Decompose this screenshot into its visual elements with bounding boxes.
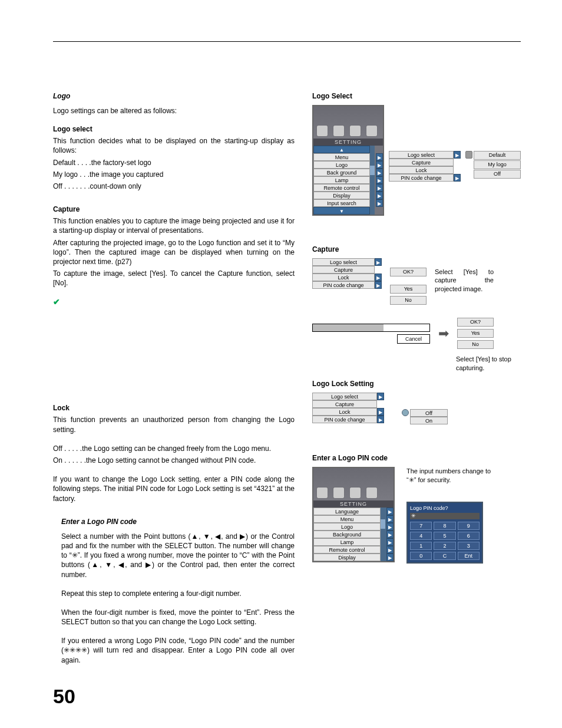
fig-capture: Logo select Capture Lock PIN code change… bbox=[312, 258, 521, 305]
logo-select-heading: Logo select bbox=[53, 125, 295, 133]
lock-off: Off . . . . .the Logo setting can be cha… bbox=[53, 444, 295, 453]
submenu-item[interactable]: PIN code change bbox=[312, 416, 377, 423]
submenu-item[interactable]: Lock bbox=[389, 166, 454, 174]
enter-pin-p4: If you entered a wrong Logo PIN code, “L… bbox=[61, 636, 295, 665]
menu-item[interactable]: Back ground bbox=[313, 169, 370, 176]
left-column: Logo Logo settings can be altered as fol… bbox=[53, 92, 295, 667]
arrow-right-icon[interactable]: ▶ bbox=[375, 281, 382, 289]
fig-lock-title: Logo Lock Setting bbox=[312, 380, 521, 388]
option-item[interactable]: My logo bbox=[474, 160, 521, 169]
enter-pin-heading: Enter a Logo PIN code bbox=[61, 518, 295, 526]
menu-item[interactable]: Remote control bbox=[313, 546, 381, 554]
submenu-item[interactable]: Lock bbox=[312, 408, 377, 416]
submenu-item[interactable]: PIN code change bbox=[389, 174, 454, 182]
radio-icon[interactable] bbox=[465, 151, 472, 159]
menu-item[interactable]: Lamp bbox=[313, 176, 370, 184]
arrow-right-icon[interactable]: ▶ bbox=[454, 174, 461, 182]
menu-item[interactable]: Input search bbox=[313, 199, 370, 207]
menu-item[interactable]: Background bbox=[313, 531, 381, 538]
arrow-right-icon[interactable]: ▶ bbox=[376, 184, 383, 192]
option-item[interactable]: Default bbox=[474, 151, 521, 160]
scrollbar-thumb[interactable] bbox=[381, 519, 385, 529]
fig-lock: Logo select Capture Lock PIN code change… bbox=[312, 393, 521, 424]
keypad-title: Logo PIN code? bbox=[410, 505, 480, 511]
osd-icon bbox=[350, 487, 361, 498]
menu-item[interactable]: Menu bbox=[313, 515, 381, 523]
keypad-key[interactable]: 9 bbox=[458, 522, 480, 530]
submenu-item[interactable]: Logo select bbox=[312, 393, 377, 400]
cancel-button[interactable]: Cancel bbox=[397, 334, 430, 344]
keypad-key[interactable]: 2 bbox=[434, 542, 455, 550]
yes-button[interactable]: Yes bbox=[390, 285, 427, 294]
arrow-right-icon[interactable]: ▶ bbox=[376, 169, 383, 176]
capture-p3: To capture the image, select [Yes]. To c… bbox=[53, 269, 295, 288]
submenu-item[interactable]: Capture bbox=[389, 159, 454, 166]
arrow-right-icon[interactable]: ▶ bbox=[386, 508, 394, 515]
arrow-right-icon[interactable]: ▶ bbox=[376, 176, 383, 184]
capture-caption-2: Select [Yes] to stop capturing. bbox=[456, 355, 521, 373]
scrollbar-thumb[interactable] bbox=[370, 166, 375, 175]
no-button[interactable]: No bbox=[457, 340, 494, 349]
lock-on: On . . . . . .the Logo setting cannot be… bbox=[53, 456, 295, 465]
option-item[interactable]: Off bbox=[410, 409, 448, 417]
arrow-right-icon[interactable]: ▶ bbox=[375, 274, 382, 281]
arrow-right-icon[interactable]: ▶ bbox=[386, 554, 394, 561]
menu-item[interactable]: Menu bbox=[313, 153, 370, 161]
keypad-key[interactable]: 4 bbox=[410, 532, 432, 540]
arrow-right-icon[interactable]: ▶ bbox=[376, 192, 383, 199]
submenu-item[interactable]: Logo select bbox=[312, 258, 375, 266]
arrow-down-icon[interactable]: ▼ bbox=[313, 207, 370, 215]
fig-capture-title: Capture bbox=[312, 245, 521, 253]
arrow-right-icon[interactable]: ▶ bbox=[454, 151, 461, 159]
arrow-right-icon[interactable]: ▶ bbox=[376, 199, 383, 207]
fig-pin: SETTING Language Menu Logo Background La… bbox=[312, 467, 521, 564]
menu-item[interactable]: Lamp bbox=[313, 538, 381, 546]
arrow-right-icon[interactable]: ▶ bbox=[377, 408, 384, 416]
arrow-right-icon[interactable]: ▶ bbox=[376, 153, 383, 161]
yes-button[interactable]: Yes bbox=[457, 329, 494, 338]
keypad-key-enter[interactable]: Ent bbox=[458, 552, 480, 560]
arrow-right-icon[interactable]: ▶ bbox=[376, 161, 383, 169]
keypad-key[interactable]: 7 bbox=[410, 522, 432, 530]
arrow-right-icon[interactable]: ▶ bbox=[386, 538, 394, 546]
option-item[interactable]: Off bbox=[474, 170, 521, 179]
osd-main: SETTING Language Menu Logo Background La… bbox=[312, 467, 395, 562]
keypad-key[interactable]: 8 bbox=[434, 522, 455, 530]
submenu-item[interactable]: PIN code change bbox=[312, 281, 375, 289]
submenu-item[interactable]: Lock bbox=[312, 274, 375, 281]
menu-item[interactable]: Display bbox=[313, 192, 370, 199]
fig-pin-title: Enter a Logo PIN code bbox=[312, 454, 521, 462]
menu-item[interactable]: Logo bbox=[313, 161, 370, 169]
fig-logo-select-title: Logo Select bbox=[312, 92, 521, 100]
option-item[interactable]: On bbox=[410, 417, 448, 424]
arrow-right-icon[interactable]: ▶ bbox=[386, 523, 394, 531]
osd-setting-label: SETTING bbox=[313, 500, 394, 508]
arrow-right-icon: ➡ bbox=[438, 326, 449, 341]
arrow-right-icon[interactable]: ▶ bbox=[386, 515, 394, 523]
submenu-item[interactable]: Capture bbox=[312, 400, 377, 408]
radio-icon[interactable] bbox=[402, 409, 409, 416]
keypad-key[interactable]: 3 bbox=[458, 542, 480, 550]
logo-intro: Logo settings can be altered as follows: bbox=[53, 106, 295, 116]
keypad-key-clear[interactable]: C bbox=[434, 552, 455, 560]
keypad-key[interactable]: 1 bbox=[410, 542, 432, 550]
osd-icon bbox=[333, 487, 344, 498]
arrow-right-icon[interactable]: ▶ bbox=[377, 393, 384, 400]
menu-item[interactable]: Remote control bbox=[313, 184, 370, 192]
arrow-right-icon[interactable]: ▶ bbox=[386, 531, 394, 538]
no-button[interactable]: No bbox=[390, 296, 427, 305]
lock-p2: If you want to change the Logo Lock sett… bbox=[53, 475, 295, 503]
menu-item[interactable]: Language bbox=[313, 508, 381, 515]
menu-item[interactable]: Logo bbox=[313, 523, 381, 531]
arrow-right-icon[interactable]: ▶ bbox=[377, 416, 384, 423]
keypad-key[interactable]: 0 bbox=[410, 552, 432, 560]
capture-p1: This function enables you to capture the… bbox=[53, 216, 295, 235]
menu-item[interactable]: Display bbox=[313, 554, 381, 561]
arrow-right-icon[interactable]: ▶ bbox=[375, 258, 382, 266]
arrow-right-icon[interactable]: ▶ bbox=[386, 546, 394, 554]
arrow-up-icon[interactable]: ▲ bbox=[313, 146, 370, 153]
submenu-item[interactable]: Logo select bbox=[389, 151, 454, 159]
keypad-key[interactable]: 6 bbox=[458, 532, 480, 540]
submenu-item[interactable]: Capture bbox=[312, 266, 375, 274]
keypad-key[interactable]: 5 bbox=[434, 532, 455, 540]
